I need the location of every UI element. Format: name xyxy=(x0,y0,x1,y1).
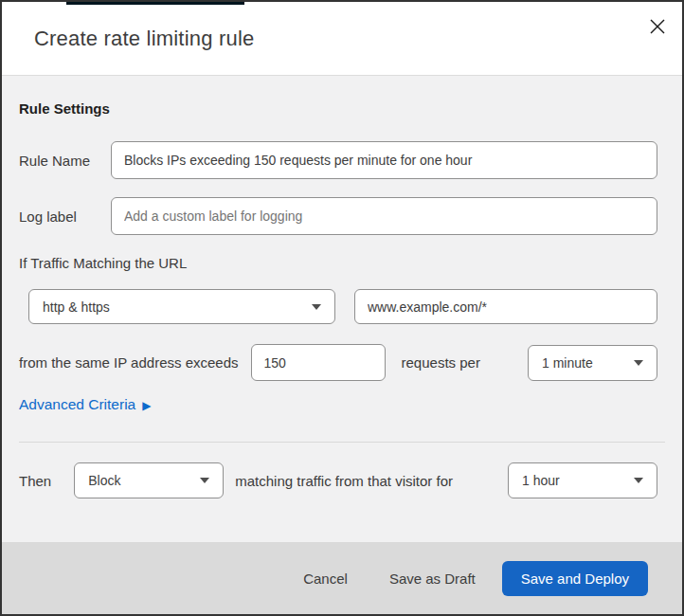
save-as-draft-button[interactable]: Save as Draft xyxy=(389,571,476,587)
cancel-button[interactable]: Cancel xyxy=(303,571,348,587)
dialog-footer: Cancel Save as Draft Save and Deploy xyxy=(2,542,682,614)
log-label-input[interactable] xyxy=(111,197,657,235)
log-label-row: Log label xyxy=(19,197,665,235)
chevron-down-icon xyxy=(200,478,209,483)
dialog-header: Create rate limiting rule xyxy=(2,2,682,76)
rule-settings-heading: Rule Settings xyxy=(19,100,665,117)
section-divider xyxy=(19,442,665,443)
background-page-edge xyxy=(66,2,244,5)
then-text: Then xyxy=(19,473,51,489)
duration-select[interactable]: 1 hour xyxy=(508,462,657,498)
requests-per-text: requests per xyxy=(402,354,480,371)
save-and-deploy-button[interactable]: Save and Deploy xyxy=(502,561,648,596)
requests-count-input[interactable] xyxy=(251,344,386,381)
close-icon xyxy=(649,18,666,39)
chevron-down-icon xyxy=(634,478,643,483)
duration-select-value: 1 hour xyxy=(522,473,560,488)
log-label-label: Log label xyxy=(19,208,111,225)
url-match-row: http & https xyxy=(28,289,665,324)
advanced-criteria-label: Advanced Criteria xyxy=(19,396,135,413)
threshold-prefix-text: from the same IP address exceeds xyxy=(19,354,239,371)
scheme-select-value: http & https xyxy=(43,299,110,315)
action-select[interactable]: Block xyxy=(74,462,224,498)
threshold-row: from the same IP address exceeds request… xyxy=(19,344,665,381)
rule-name-row: Rule Name xyxy=(19,141,665,179)
dialog-body: Rule Settings Rule Name Log label If Tra… xyxy=(2,100,682,498)
traffic-match-intro: If Traffic Matching the URL xyxy=(19,255,665,271)
chevron-down-icon xyxy=(312,304,321,310)
rule-name-label: Rule Name xyxy=(19,153,111,169)
period-select[interactable]: 1 minute xyxy=(528,345,657,381)
action-row: Then Block matching traffic from that vi… xyxy=(19,462,665,498)
expand-arrow-icon: ▶ xyxy=(142,399,151,411)
create-rate-limiting-rule-dialog: Create rate limiting rule Rule Settings … xyxy=(0,0,684,616)
rule-name-input[interactable] xyxy=(111,141,657,179)
scheme-select[interactable]: http & https xyxy=(28,289,335,324)
close-button[interactable] xyxy=(647,18,668,39)
url-pattern-input[interactable] xyxy=(354,289,657,324)
chevron-down-icon xyxy=(634,360,643,366)
page-title: Create rate limiting rule xyxy=(34,27,254,51)
matching-traffic-text: matching traffic from that visitor for xyxy=(235,473,453,489)
action-select-value: Block xyxy=(88,473,120,488)
advanced-criteria-link[interactable]: Advanced Criteria ▶ xyxy=(19,396,151,413)
period-select-value: 1 minute xyxy=(542,355,593,371)
